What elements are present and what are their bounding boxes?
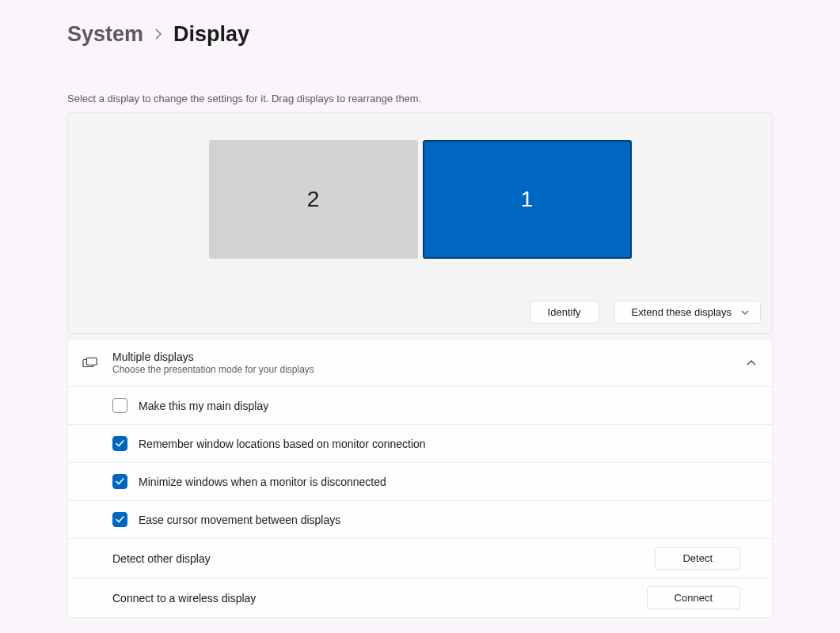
check-icon <box>116 478 124 485</box>
check-icon <box>116 440 124 447</box>
option-label: Make this my main display <box>139 400 268 412</box>
row-connect-wireless: Connect to a wireless display Connect <box>68 578 772 617</box>
display-mode-label: Extend these displays <box>632 306 732 318</box>
checkbox-main-display[interactable] <box>112 398 127 413</box>
option-label: Ease cursor movement between displays <box>139 514 340 526</box>
display-arrangement-panel: 2 1 Identify Extend these displays <box>67 112 773 334</box>
checkbox-remember-locations[interactable] <box>112 436 127 451</box>
chevron-up-icon <box>747 360 756 366</box>
check-icon <box>116 516 124 523</box>
multiple-displays-subtitle: Choose the presentation mode for your di… <box>112 364 747 375</box>
display-mode-dropdown[interactable]: Extend these displays <box>614 301 761 324</box>
connect-wireless-label: Connect to a wireless display <box>112 592 647 605</box>
checkbox-ease-cursor[interactable] <box>112 512 127 527</box>
page-title: Display <box>173 22 249 47</box>
multiple-displays-header[interactable]: Multiple displays Choose the presentatio… <box>68 339 772 386</box>
option-main-display: Make this my main display <box>68 387 772 425</box>
svg-rect-1 <box>86 358 97 365</box>
option-remember-locations: Remember window locations based on monit… <box>68 425 772 463</box>
breadcrumb: System Display <box>67 22 773 47</box>
monitor-2[interactable]: 2 <box>209 140 418 259</box>
checkbox-minimize-disconnect[interactable] <box>112 474 127 489</box>
breadcrumb-parent[interactable]: System <box>67 22 143 47</box>
multiple-displays-title: Multiple displays <box>112 351 747 363</box>
multiple-displays-icon <box>82 357 98 370</box>
option-ease-cursor: Ease cursor movement between displays <box>68 501 772 539</box>
detect-display-label: Detect other display <box>112 552 655 565</box>
display-instructions: Select a display to change the settings … <box>67 93 773 104</box>
connect-button[interactable]: Connect <box>647 586 740 609</box>
option-label: Remember window locations based on monit… <box>139 438 426 450</box>
multiple-displays-card: Multiple displays Choose the presentatio… <box>67 339 773 618</box>
option-label: Minimize windows when a monitor is disco… <box>139 476 386 488</box>
monitor-1[interactable]: 1 <box>423 140 632 259</box>
identify-button[interactable]: Identify <box>530 301 599 324</box>
row-detect-display: Detect other display Detect <box>68 539 772 578</box>
chevron-down-icon <box>741 310 749 315</box>
detect-button[interactable]: Detect <box>655 547 740 570</box>
displays-area[interactable]: 2 1 <box>68 113 772 286</box>
chevron-right-icon <box>154 25 162 44</box>
option-minimize-disconnect: Minimize windows when a monitor is disco… <box>68 463 772 501</box>
